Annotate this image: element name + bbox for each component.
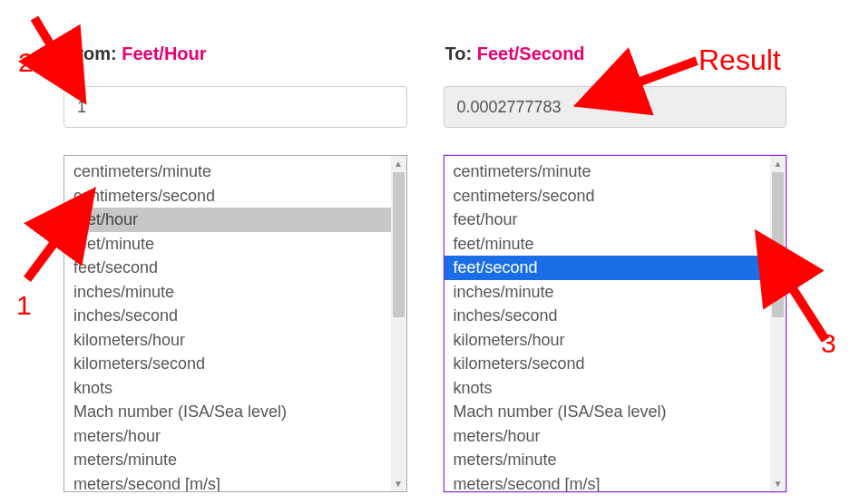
to-column: To: Feet/Second centimeters/minutecentim… [444,44,787,492]
scroll-down-icon[interactable]: ▼ [770,476,786,491]
to-unit: Feet/Second [477,44,585,63]
scroll-thumb[interactable] [393,172,405,317]
unit-option[interactable]: kilometers/second [64,352,391,376]
from-column: From: Feet/Hour centimeters/minutecentim… [64,44,407,492]
from-unit: Feet/Hour [122,44,206,63]
unit-option[interactable]: meters/second [m/s] [445,472,771,492]
unit-option[interactable]: knots [445,376,771,401]
scroll-up-icon[interactable]: ▲ [770,156,786,171]
from-scrollbar[interactable]: ▲ ▼ [391,156,406,491]
to-listbox[interactable]: centimeters/minutecentimeters/secondfeet… [444,155,787,492]
to-label: To: [445,44,473,63]
annotation-2: 2 [18,47,34,78]
unit-option[interactable]: kilometers/second [445,352,771,376]
annotation-result: Result [699,44,781,77]
unit-option[interactable]: feet/second [64,256,391,280]
unit-option[interactable]: inches/second [64,304,391,328]
unit-option[interactable]: meters/hour [445,424,771,449]
unit-option[interactable]: feet/minute [445,232,771,257]
from-listbox[interactable]: centimeters/minutecentimeters/secondfeet… [64,155,407,492]
annotation-3: 3 [821,328,836,359]
unit-option[interactable]: meters/second [m/s] [64,472,391,492]
unit-option[interactable]: inches/minute [64,280,391,305]
scroll-thumb[interactable] [772,172,784,317]
unit-option[interactable]: feet/second [445,256,771,280]
unit-option[interactable]: knots [64,376,391,401]
unit-option[interactable]: Mach number (ISA/Sea level) [445,400,771,424]
scroll-up-icon[interactable]: ▲ [391,156,406,171]
unit-option[interactable]: meters/minute [445,448,771,472]
to-scrollbar[interactable]: ▲ ▼ [770,156,786,491]
unit-option[interactable]: feet/hour [64,208,391,232]
unit-option[interactable]: feet/hour [445,208,771,232]
unit-option[interactable]: inches/second [445,304,771,328]
annotation-1: 1 [16,290,32,321]
unit-option[interactable]: meters/hour [64,424,391,449]
unit-option[interactable]: feet/minute [64,232,391,257]
from-heading: From: Feet/Hour [64,44,407,64]
unit-option[interactable]: centimeters/minute [64,160,391,184]
unit-option[interactable]: kilometers/hour [64,328,391,353]
unit-option[interactable]: meters/minute [64,448,391,472]
unit-option[interactable]: centimeters/second [445,184,771,208]
unit-option[interactable]: Mach number (ISA/Sea level) [64,400,391,424]
unit-option[interactable]: centimeters/second [64,184,391,208]
unit-option[interactable]: kilometers/hour [445,328,771,353]
to-output [444,86,787,128]
unit-option[interactable]: centimeters/minute [445,160,771,184]
from-label: From: [65,44,117,63]
unit-option[interactable]: inches/minute [445,280,771,305]
scroll-down-icon[interactable]: ▼ [391,476,406,491]
from-input[interactable] [64,86,407,128]
